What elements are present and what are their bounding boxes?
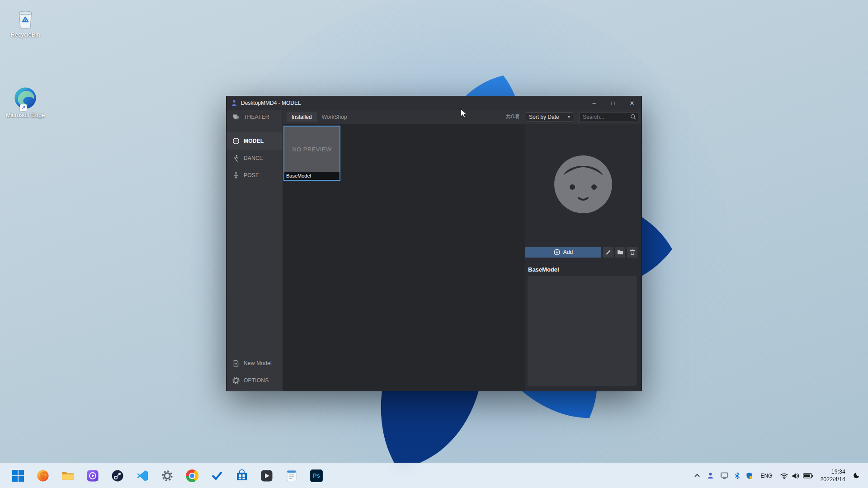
folder-icon bbox=[617, 249, 623, 255]
taskbar-firefox[interactable] bbox=[34, 467, 52, 485]
tray-bluetooth[interactable] bbox=[732, 467, 742, 485]
content-header: Installed WorkShop 共0项 Sort by Date ▾ bbox=[283, 110, 642, 124]
taskbar-apps: Ps bbox=[0, 467, 326, 485]
window-titlebar[interactable]: DesktopMMD4 - MODEL – □ ✕ bbox=[226, 96, 642, 110]
model-face-icon bbox=[232, 137, 240, 145]
gear-icon bbox=[161, 469, 174, 482]
tray-clock[interactable]: 19:34 2022/4/14 bbox=[817, 467, 848, 485]
gear-icon bbox=[232, 377, 240, 384]
sidebar-item-label: MODEL bbox=[244, 138, 264, 144]
chevron-up-icon bbox=[694, 474, 700, 478]
steam-icon bbox=[111, 469, 124, 482]
taskbar-photoshop[interactable]: Ps bbox=[307, 467, 326, 485]
taskbar-file-explorer[interactable] bbox=[59, 467, 77, 485]
microsoft-store-icon bbox=[236, 469, 248, 482]
search-icon[interactable] bbox=[630, 114, 636, 120]
sidebar-bottom: New Model OPTIONS bbox=[226, 355, 283, 389]
tray-time: 19:34 bbox=[820, 468, 845, 475]
sidebar-item-label: DANCE bbox=[244, 155, 263, 161]
avatar-placeholder-icon bbox=[552, 153, 615, 216]
add-button[interactable]: Add bbox=[525, 247, 601, 258]
desktop-icon-label: Microsoft Edge bbox=[5, 112, 45, 119]
photoshop-icon: Ps bbox=[310, 469, 323, 482]
sidebar-item-model[interactable]: MODEL bbox=[226, 132, 283, 150]
tray-display-app[interactable] bbox=[718, 467, 731, 485]
dance-figure-icon bbox=[232, 155, 240, 162]
app-icon bbox=[231, 99, 238, 107]
notepad-icon bbox=[285, 469, 298, 482]
delete-button[interactable] bbox=[627, 247, 637, 258]
maximize-button[interactable]: □ bbox=[604, 96, 623, 110]
model-preview: NO PREVIEW bbox=[284, 127, 340, 172]
new-model-document-icon bbox=[232, 360, 240, 367]
sort-dropdown[interactable]: Sort by Date ▾ bbox=[526, 112, 573, 122]
system-tray: ENG bbox=[692, 467, 868, 485]
sidebar-item-label: POSE bbox=[244, 172, 259, 178]
desktop-icon-recycle-bin[interactable]: RecycleBin bbox=[5, 5, 45, 38]
trash-icon bbox=[629, 249, 636, 255]
sidebar-item-theater[interactable]: THEATER bbox=[226, 110, 283, 124]
start-button[interactable] bbox=[9, 467, 27, 485]
model-actions: Add bbox=[524, 247, 642, 258]
sidebar-item-label: OPTIONS bbox=[244, 377, 269, 384]
checkmark-icon bbox=[211, 469, 223, 482]
desktop: RecycleBin ↗ Microsoft Edge bbox=[0, 0, 868, 488]
edit-button[interactable] bbox=[603, 247, 613, 258]
open-folder-button[interactable] bbox=[615, 247, 625, 258]
theater-masks-icon bbox=[232, 113, 240, 121]
file-explorer-icon bbox=[61, 469, 74, 482]
recycle-bin-icon bbox=[13, 5, 38, 30]
tray-user-app[interactable] bbox=[704, 467, 717, 485]
language-indicator[interactable]: ENG bbox=[757, 467, 776, 485]
bluetooth-icon bbox=[735, 472, 740, 479]
tab-workshop[interactable]: WorkShop bbox=[317, 112, 352, 122]
model-description-panel bbox=[528, 276, 637, 386]
taskbar-microsoft-store[interactable] bbox=[233, 467, 251, 485]
sidebar: THEATER MODEL DANCE bbox=[226, 110, 283, 391]
tray-chevron-button[interactable] bbox=[692, 467, 703, 485]
sidebar-item-pose[interactable]: POSE bbox=[226, 167, 283, 184]
sidebar-item-dance[interactable]: DANCE bbox=[226, 150, 283, 167]
taskbar-media-app[interactable] bbox=[84, 467, 102, 485]
vscode-icon bbox=[136, 469, 149, 482]
model-name-heading: BaseModel bbox=[528, 266, 559, 273]
taskbar-video-app[interactable] bbox=[258, 467, 276, 485]
battery-icon bbox=[803, 473, 813, 479]
wifi-icon bbox=[780, 472, 788, 479]
add-button-label: Add bbox=[563, 249, 573, 255]
taskbar-settings[interactable] bbox=[158, 467, 176, 485]
search-box bbox=[580, 112, 638, 122]
taskbar-todo-app[interactable] bbox=[208, 467, 226, 485]
sidebar-item-new-model[interactable]: New Model bbox=[226, 355, 283, 372]
network-volume-battery[interactable] bbox=[778, 467, 816, 485]
model-card-name: BaseModel bbox=[284, 172, 340, 180]
item-count-label: 共0项 bbox=[505, 113, 519, 121]
pose-figure-icon bbox=[232, 172, 240, 179]
plus-circle-icon bbox=[554, 249, 560, 255]
taskbar-steam[interactable] bbox=[108, 467, 127, 485]
tab-installed[interactable]: Installed bbox=[287, 112, 317, 122]
chevron-down-icon: ▾ bbox=[568, 114, 570, 119]
night-mode-button[interactable] bbox=[850, 467, 862, 485]
pencil-icon bbox=[605, 249, 612, 255]
desktop-icon-label: RecycleBin bbox=[5, 31, 45, 38]
volume-icon bbox=[792, 472, 800, 479]
close-button[interactable]: ✕ bbox=[623, 96, 642, 110]
model-card[interactable]: NO PREVIEW BaseModel bbox=[283, 126, 340, 181]
minimize-button[interactable]: – bbox=[585, 96, 604, 110]
taskbar-notepad[interactable] bbox=[283, 467, 301, 485]
desktop-icon-microsoft-edge[interactable]: ↗ Microsoft Edge bbox=[5, 86, 45, 119]
detail-panel: Add BaseModel bbox=[524, 124, 642, 391]
tray-date: 2022/4/14 bbox=[820, 476, 845, 483]
sort-label: Sort by Date bbox=[529, 114, 559, 120]
taskbar-vscode[interactable] bbox=[133, 467, 151, 485]
tray-security-shield[interactable] bbox=[744, 467, 755, 485]
media-app-icon bbox=[86, 469, 99, 482]
video-app-icon bbox=[260, 469, 273, 482]
taskbar: Ps bbox=[0, 463, 868, 488]
firefox-icon bbox=[37, 469, 49, 482]
sidebar-item-options[interactable]: OPTIONS bbox=[226, 372, 283, 389]
taskbar-chrome[interactable] bbox=[183, 467, 201, 485]
windows-logo-icon bbox=[12, 469, 24, 482]
search-input[interactable] bbox=[583, 114, 630, 120]
